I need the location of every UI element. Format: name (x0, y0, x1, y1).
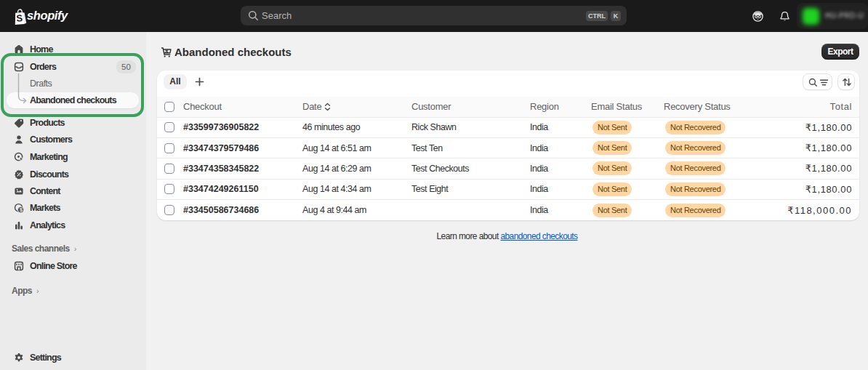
svg-text:S: S (16, 12, 23, 24)
